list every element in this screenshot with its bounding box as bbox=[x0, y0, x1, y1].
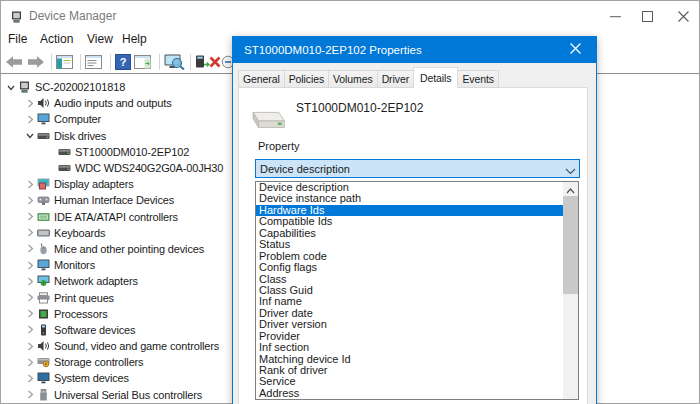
speaker-icon bbox=[37, 340, 50, 352]
property-option[interactable]: Class Guid bbox=[256, 285, 563, 296]
property-option[interactable]: Class bbox=[256, 274, 563, 285]
property-option[interactable]: Capabilities bbox=[256, 228, 563, 239]
property-option[interactable]: Device description bbox=[256, 182, 563, 193]
system-device-icon bbox=[37, 372, 50, 384]
disk-drive-icon bbox=[245, 107, 287, 135]
chevron-icon[interactable] bbox=[25, 389, 37, 400]
chevron-icon[interactable] bbox=[25, 130, 37, 141]
keyboard-icon bbox=[37, 227, 50, 239]
property-option[interactable]: Service bbox=[256, 376, 563, 387]
uninstall-icon[interactable] bbox=[208, 55, 222, 69]
chevron-down-icon bbox=[565, 165, 576, 172]
device-name: ST1000DM010-2EP102 bbox=[296, 101, 423, 115]
menu-item[interactable]: Help bbox=[122, 32, 147, 46]
property-option[interactable]: Compatible Ids bbox=[256, 216, 563, 227]
chevron-icon[interactable] bbox=[25, 179, 37, 190]
close-icon bbox=[569, 41, 582, 59]
property-option[interactable]: Provider bbox=[256, 331, 563, 342]
chevron-icon[interactable] bbox=[46, 163, 58, 174]
chevron-icon[interactable] bbox=[25, 373, 37, 384]
software-device-icon bbox=[37, 324, 50, 336]
scroll-up-button[interactable] bbox=[563, 182, 578, 196]
chevron-icon[interactable] bbox=[25, 211, 37, 222]
maximize-button[interactable] bbox=[641, 9, 654, 22]
chevron-icon[interactable] bbox=[25, 195, 37, 206]
property-option[interactable]: Rank of driver bbox=[256, 365, 563, 376]
scroll-thumb[interactable] bbox=[563, 196, 578, 294]
console-tree-icon[interactable] bbox=[56, 55, 73, 69]
chevron-icon[interactable] bbox=[25, 260, 37, 271]
printer-icon bbox=[37, 292, 50, 304]
property-option[interactable]: Matching device Id bbox=[256, 354, 563, 365]
details-tab-page: ST1000DM010-2EP102 Property Device descr… bbox=[238, 87, 588, 404]
minimize-button[interactable] bbox=[609, 9, 622, 22]
separator-icon bbox=[109, 54, 112, 70]
property-option[interactable]: Driver version bbox=[256, 319, 563, 330]
property-option[interactable]: Inf section bbox=[256, 342, 563, 353]
chevron-icon[interactable] bbox=[25, 324, 37, 335]
property-option[interactable]: Status bbox=[256, 239, 563, 250]
chevron-icon[interactable] bbox=[25, 357, 37, 368]
chevron-icon[interactable] bbox=[46, 146, 58, 157]
disk-drive-icon bbox=[37, 130, 50, 142]
dialog-title: ST1000DM010-2EP102 Properties bbox=[244, 44, 422, 56]
menu-item[interactable]: File bbox=[8, 32, 27, 46]
dialog-body: GeneralPoliciesVolumesDriverDetailsEvent… bbox=[233, 63, 596, 404]
menu-item[interactable]: Action bbox=[40, 32, 73, 46]
property-combobox[interactable]: Device description bbox=[255, 159, 580, 178]
list-scrollbar[interactable] bbox=[563, 182, 578, 399]
chevron-icon[interactable] bbox=[25, 341, 37, 352]
forward-arrow-icon[interactable] bbox=[27, 55, 45, 68]
help-icon[interactable]: ? bbox=[115, 54, 131, 70]
chevron-icon[interactable] bbox=[6, 82, 18, 93]
close-button[interactable] bbox=[677, 9, 690, 22]
menu-item[interactable]: View bbox=[87, 32, 113, 46]
property-option[interactable]: Driver date bbox=[256, 308, 563, 319]
property-option[interactable]: Inf name bbox=[256, 296, 563, 307]
tab[interactable]: Events bbox=[457, 70, 499, 88]
property-option[interactable]: Address bbox=[256, 388, 563, 399]
storage-controller-icon bbox=[37, 356, 50, 368]
property-label: Property bbox=[258, 140, 300, 152]
title-bar: Device Manager bbox=[1, 1, 699, 31]
device-manager-icon bbox=[10, 9, 23, 22]
pc-root-icon bbox=[18, 81, 31, 93]
scan-hardware-icon[interactable] bbox=[164, 54, 185, 70]
properties-window-icon[interactable] bbox=[85, 55, 102, 69]
property-option[interactable]: Problem code bbox=[256, 251, 563, 262]
display-adapter-icon bbox=[37, 178, 50, 190]
usb-icon bbox=[37, 389, 50, 401]
tab[interactable]: Policies bbox=[284, 70, 329, 88]
chevron-icon[interactable] bbox=[25, 227, 37, 238]
chevron-icon[interactable] bbox=[25, 243, 37, 254]
tab[interactable]: Volumes bbox=[328, 70, 378, 88]
speaker-icon bbox=[37, 97, 50, 109]
property-option[interactable]: Hardware Ids bbox=[256, 205, 563, 216]
back-arrow-icon[interactable] bbox=[5, 55, 23, 68]
chevron-icon[interactable] bbox=[25, 308, 37, 319]
processor-icon bbox=[37, 308, 50, 320]
dialog-close-button[interactable] bbox=[554, 37, 596, 63]
action-pane-icon[interactable] bbox=[134, 55, 151, 69]
disk-drive-icon bbox=[58, 162, 71, 174]
properties-dialog: ST1000DM010-2EP102 Properties GeneralPol… bbox=[232, 36, 597, 404]
monitor-icon bbox=[37, 259, 50, 271]
tab[interactable]: General bbox=[238, 70, 285, 88]
property-option[interactable]: Config flags bbox=[256, 262, 563, 273]
chevron-icon[interactable] bbox=[25, 114, 37, 125]
hid-icon bbox=[37, 194, 50, 206]
network-adapter-icon bbox=[37, 275, 50, 287]
disk-drive-icon bbox=[58, 146, 71, 158]
separator-icon bbox=[79, 54, 82, 70]
window-title: Device Manager bbox=[29, 9, 116, 23]
separator-icon bbox=[50, 54, 53, 70]
ide-controller-icon bbox=[37, 211, 50, 223]
property-option[interactable]: Device instance path bbox=[256, 193, 563, 204]
separator-icon bbox=[158, 54, 161, 70]
tab[interactable]: Driver bbox=[377, 70, 414, 88]
chevron-icon[interactable] bbox=[25, 276, 37, 287]
chevron-icon[interactable] bbox=[25, 292, 37, 303]
tab[interactable]: Details bbox=[413, 67, 458, 88]
mouse-icon bbox=[37, 243, 50, 255]
chevron-icon[interactable] bbox=[25, 98, 37, 109]
